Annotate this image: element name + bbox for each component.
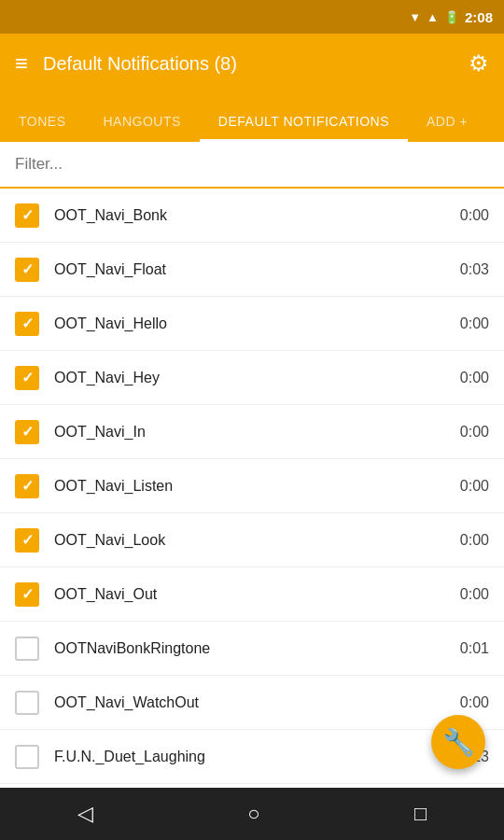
back-button[interactable]: ◁ <box>77 802 93 826</box>
item-name: OOT_Navi_Out <box>54 586 460 603</box>
item-name: OOT_Navi_Float <box>54 261 460 278</box>
home-button[interactable]: ○ <box>247 802 259 826</box>
list-item: OOT_Navi_Hey0:00 <box>0 351 504 405</box>
filter-input[interactable] <box>15 155 489 174</box>
item-name: OOT_Navi_Hello <box>54 315 460 332</box>
item-name: OOT_Navi_Listen <box>54 478 460 495</box>
item-time: 0:01 <box>460 640 489 657</box>
list-item: OOTNaviBonkRingtone0:01 <box>0 622 504 676</box>
app-bar-title: Default Notifications (8) <box>43 53 454 75</box>
hamburger-menu-icon[interactable]: ≡ <box>15 50 28 77</box>
status-time: 2:08 <box>465 9 493 25</box>
item-time: 0:00 <box>460 424 489 441</box>
settings-icon[interactable]: ⚙ <box>469 50 489 77</box>
list-item: OOT_Navi_Bonk0:00 <box>0 189 504 243</box>
tab-add[interactable]: Add + <box>408 114 486 142</box>
list-item: OOT_Navi_WatchOut0:00 <box>0 676 504 730</box>
checkbox-9[interactable] <box>15 637 39 661</box>
tab-default-notifications[interactable]: Default Notifications <box>200 114 408 142</box>
list-item: OOT_Navi_In0:00 <box>0 405 504 459</box>
checkbox-6[interactable] <box>15 474 39 498</box>
item-time: 0:00 <box>460 694 489 711</box>
list-item: OOT_Navi_Out0:00 <box>0 567 504 622</box>
checkbox-2[interactable] <box>15 258 39 282</box>
status-bar: ▼ ▲ 🔋 2:08 <box>0 0 504 34</box>
filter-bar <box>0 142 504 189</box>
checkbox-11[interactable] <box>15 745 39 769</box>
checkbox-10[interactable] <box>15 691 39 715</box>
list-item: OOT_Navi_Hello0:00 <box>0 297 504 351</box>
item-name: F.U.N._Duet_Laughing <box>54 749 460 765</box>
recents-button[interactable]: □ <box>414 802 427 826</box>
fab-button[interactable]: 🔧 <box>431 715 485 769</box>
item-name: OOT_Navi_Bonk <box>54 207 460 224</box>
item-time: 0:00 <box>460 315 489 332</box>
item-time: 0:03 <box>460 261 489 278</box>
tab-ringtones[interactable]: Tones <box>0 114 84 142</box>
item-time: 0:00 <box>460 478 489 495</box>
list-item: OOT_Navi_Float0:03 <box>0 243 504 297</box>
status-icons: ▼ ▲ 🔋 2:08 <box>409 9 493 25</box>
wifi-icon: ▼ <box>409 10 421 24</box>
item-time: 0:00 <box>460 207 489 224</box>
checkbox-4[interactable] <box>15 366 39 390</box>
checkbox-1[interactable] <box>15 203 39 228</box>
notification-list: OOT_Navi_Bonk0:00OOT_Navi_Float0:03OOT_N… <box>0 189 504 788</box>
checkbox-5[interactable] <box>15 420 39 444</box>
list-item: OOT_Navi_Listen0:00 <box>0 459 504 513</box>
item-name: OOT_Navi_WatchOut <box>54 694 460 711</box>
item-name: OOT_Navi_In <box>54 424 460 441</box>
item-time: 0:00 <box>460 370 489 386</box>
wrench-icon: 🔧 <box>442 727 475 758</box>
item-name: OOTNaviBonkRingtone <box>54 640 460 657</box>
bottom-nav: ◁ ○ □ <box>0 788 504 840</box>
battery-icon: 🔋 <box>444 10 459 24</box>
checkbox-8[interactable] <box>15 582 39 607</box>
signal-icon: ▲ <box>427 10 439 24</box>
checkbox-3[interactable] <box>15 312 39 336</box>
tab-bar: Tones Hangouts Default Notifications Add… <box>0 93 504 142</box>
item-name: OOT_Navi_Hey <box>54 370 460 386</box>
item-time: 0:00 <box>460 586 489 603</box>
list-item: OOT_Navi_Look0:00 <box>0 513 504 567</box>
list-item: F.U.N._Duet_Laughing0:13 <box>0 730 504 784</box>
tab-hangouts[interactable]: Hangouts <box>84 114 199 142</box>
item-name: OOT_Navi_Look <box>54 532 460 549</box>
checkbox-7[interactable] <box>15 528 39 553</box>
item-time: 0:00 <box>460 532 489 549</box>
app-bar: ≡ Default Notifications (8) ⚙ <box>0 34 504 93</box>
